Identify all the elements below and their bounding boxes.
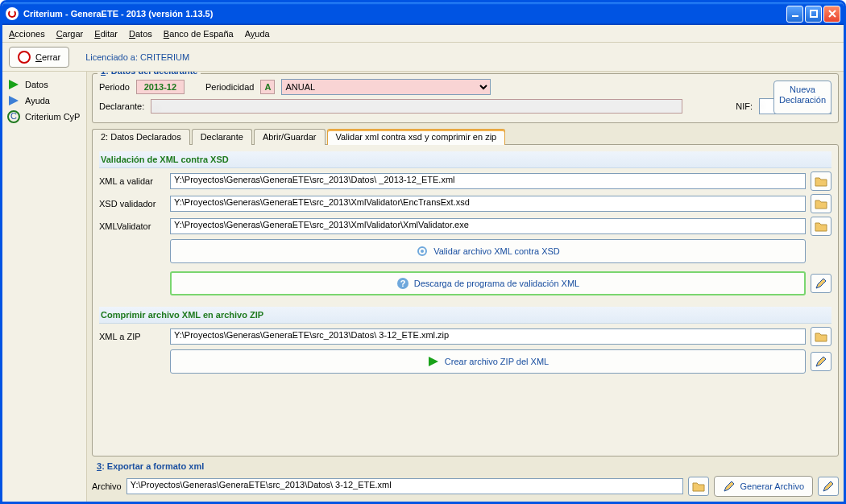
nueva-line1: Nueva: [774, 85, 831, 95]
archivo-input[interactable]: Y:\Proyectos\Generas\GeneraETE\src_2013\…: [126, 478, 683, 494]
cerrar-button[interactable]: Cerrar: [9, 47, 69, 68]
arrow-right-icon: [7, 78, 20, 91]
tab-validar-xml[interactable]: Validar xml contra xsd y comprimir en zi…: [327, 129, 506, 145]
gear-icon: [416, 245, 429, 258]
folder-icon: [815, 331, 827, 342]
svg-text:C: C: [10, 111, 17, 121]
tab-datos-declarados[interactable]: 2: Datos Declarados: [92, 129, 190, 145]
pencil-icon: [815, 355, 827, 368]
maximize-button[interactable]: [805, 6, 822, 23]
periodo-value[interactable]: 2013-12: [136, 80, 185, 94]
menu-acciones[interactable]: AAccionescciones: [9, 29, 45, 39]
periodicidad-label: Periodicidad: [205, 82, 255, 92]
arrow-right-icon: [427, 355, 440, 368]
toolbar: Cerrar Licenciado a: CRITERIUM: [2, 43, 844, 72]
svg-marker-10: [429, 357, 438, 366]
xsd-label: XSD validador: [99, 199, 165, 209]
menu-datos[interactable]: Datos: [129, 29, 152, 39]
browse-xmlvalidator-button[interactable]: [811, 217, 831, 236]
zip-label: XML a ZIP: [99, 332, 165, 341]
svg-text:?: ?: [400, 279, 405, 288]
archivo-label: Archivo: [92, 481, 122, 491]
validar-xml-button[interactable]: Validar archivo XML contra XSD: [170, 239, 806, 263]
crear-zip-button[interactable]: Crear archivo ZIP del XML: [170, 349, 806, 374]
arrow-right-icon: [7, 94, 20, 107]
main-area: 1: Datos del declarante Nueva Declaració…: [87, 72, 844, 502]
menu-ayuda[interactable]: Ayuda: [245, 29, 270, 39]
sidebar-label: Criterium CyP: [25, 112, 80, 122]
browse-xml-button[interactable]: [811, 171, 831, 191]
folder-icon: [815, 176, 827, 187]
menu-cargar[interactable]: Cargar: [56, 29, 84, 39]
tab-declarante[interactable]: Declarante: [192, 129, 252, 145]
tab-bar: 2: Datos Declarados Declarante Abrir/Gua…: [92, 128, 839, 144]
menu-bde[interactable]: Banco de España: [164, 29, 234, 39]
app-window: Criterium - GeneraETE - 2013 (versión 1.…: [0, 0, 846, 504]
periodo-label: Periodo: [99, 82, 130, 92]
section3-heading: 3: Exportar a formato xml: [92, 458, 844, 474]
minimize-button[interactable]: [786, 6, 803, 23]
sidebar-label: Ayuda: [25, 96, 50, 105]
window-controls: [786, 6, 840, 23]
edit-archivo-button[interactable]: [818, 477, 839, 496]
tab-panel-validar: Validación de XML contra XSD XML a valid…: [92, 144, 839, 456]
declarante-field[interactable]: .: [151, 99, 682, 114]
xsd-input[interactable]: Y:\Proyectos\Generas\GeneraETE\src_2013\…: [170, 196, 806, 212]
titlebar: Criterium - GeneraETE - 2013 (versión 1.…: [2, 2, 844, 25]
edit-descarga-button[interactable]: [811, 274, 831, 293]
xml-validar-label: XML a validar: [99, 176, 165, 186]
pencil-icon: [815, 277, 827, 290]
svg-marker-3: [9, 96, 19, 105]
declarante-label: Declarante:: [99, 101, 144, 111]
close-button[interactable]: [823, 6, 840, 23]
sidebar: Datos Ayuda C Criterium CyP: [2, 72, 87, 502]
power-icon: [18, 51, 31, 64]
menu-bar: AAccionescciones Cargar Editar Datos Ban…: [2, 25, 844, 43]
section1-heading: 1: Datos del declarante: [97, 72, 201, 76]
browse-xsd-button[interactable]: [811, 194, 831, 213]
browse-archivo-button[interactable]: [688, 477, 709, 496]
pencil-icon: [822, 480, 835, 493]
xmlvalidator-input[interactable]: Y:\Proyectos\Generas\GeneraETE\src_2013\…: [170, 218, 806, 234]
license-text: Licenciado a: CRITERIUM: [85, 52, 189, 62]
folder-icon: [815, 221, 827, 232]
sidebar-item-cyp[interactable]: C Criterium CyP: [6, 109, 83, 125]
svg-marker-2: [9, 80, 19, 89]
folder-icon: [692, 481, 705, 492]
browse-zip-button[interactable]: [811, 327, 831, 346]
xmlvalidator-label: XMLValidator: [99, 221, 165, 231]
group-comprimir: Comprimir archivo XML en archivo ZIP: [99, 307, 831, 324]
sidebar-item-datos[interactable]: Datos: [6, 76, 83, 93]
sidebar-item-ayuda[interactable]: Ayuda: [6, 93, 83, 109]
sidebar-label: Datos: [25, 80, 48, 89]
generar-archivo-button[interactable]: Generar Archivo: [714, 476, 813, 497]
periodicidad-select[interactable]: ANUAL: [281, 79, 491, 95]
zip-input[interactable]: Y:\Proyectos\Generas\GeneraETE\src_2013\…: [170, 328, 806, 345]
menu-editar[interactable]: Editar: [94, 29, 118, 39]
nueva-declaracion-button[interactable]: Nueva Declaración: [773, 81, 831, 114]
section-declarante: 1: Datos del declarante Nueva Declaració…: [92, 73, 839, 123]
svg-rect-0: [792, 15, 798, 17]
cyp-icon: C: [7, 110, 20, 123]
svg-point-7: [421, 250, 424, 253]
periodicidad-code[interactable]: A: [260, 80, 275, 94]
window-title: Criterium - GeneraETE - 2013 (versión 1.…: [23, 9, 786, 19]
help-icon: ?: [396, 277, 409, 290]
nueva-line2: Declaración: [774, 95, 831, 105]
edit-zip-button[interactable]: [811, 352, 831, 371]
app-icon: [6, 7, 19, 20]
xml-validar-input[interactable]: Y:\Proyectos\Generas\GeneraETE\src_2013\…: [170, 173, 806, 189]
group-validacion: Validación de XML contra XSD: [99, 151, 831, 168]
folder-icon: [815, 198, 827, 209]
descarga-validador-button[interactable]: ? Descarga de programa de validación XML: [170, 271, 806, 295]
tab-abrir-guardar[interactable]: Abrir/Guardar: [254, 129, 326, 145]
pencil-icon: [723, 480, 736, 493]
svg-rect-1: [811, 10, 817, 17]
nif-label: NIF:: [736, 101, 753, 111]
export-row: Archivo Y:\Proyectos\Generas\GeneraETE\s…: [92, 476, 839, 497]
